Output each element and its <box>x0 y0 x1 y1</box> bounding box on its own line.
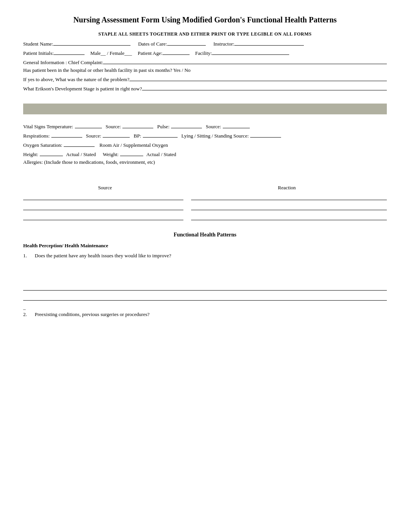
page-title: Nursing Assessment Form Using Modified G… <box>23 15 387 24</box>
patient-age-label: Patient Age: <box>138 50 163 56</box>
question-1-item: 1. Does the patient have any health issu… <box>23 253 387 259</box>
question-1-number: 1. <box>23 253 35 259</box>
bp-field[interactable] <box>143 131 178 138</box>
facility-label: Facility: <box>195 50 212 56</box>
pulse-label: Pulse: <box>157 124 169 130</box>
lying-sitting-field[interactable] <box>250 131 281 138</box>
male-female-label: Male__ / Female___ <box>90 50 132 56</box>
source-reaction-row-1 <box>23 193 387 200</box>
reaction-field-2[interactable] <box>191 203 387 210</box>
answer-line-1a[interactable] <box>23 282 387 291</box>
source2-label: Source: <box>206 124 221 130</box>
patient-initials-row: Patient Initials: Male__ / Female___ Pat… <box>23 49 387 56</box>
source-field-2[interactable] <box>23 203 183 210</box>
oxygen-row: Oxygen Saturation: Room Air / Supplement… <box>23 141 387 148</box>
pulse-source-field[interactable] <box>223 122 250 128</box>
erikson-label: What Erikson's Development Stage is pati… <box>23 86 142 92</box>
answer-line-1b[interactable] <box>23 292 387 301</box>
staple-notice: STAPLE ALL SHEETS TOGETHER AND EITHER PR… <box>23 31 387 37</box>
if-yes-row: If yes to above, What was the nature of … <box>23 75 387 83</box>
vital-signs-temp-label: Vital Signs Temperature: <box>23 124 73 130</box>
respirations-label: Respirations: <box>23 133 50 139</box>
dates-care-field[interactable] <box>167 39 206 46</box>
pulse-field[interactable] <box>171 122 202 128</box>
source-reaction-row-3 <box>23 213 387 220</box>
reaction-column-header: Reaction <box>187 185 387 191</box>
weight-label: Weight: <box>103 151 119 158</box>
student-name-row: Student Name: Dates of Care: Instructor: <box>23 39 387 47</box>
chief-complaint-field[interactable] <box>103 58 387 64</box>
actual-stated2-label: Actual / Stated <box>146 151 176 158</box>
question-2-item: 2. Preexisting conditions, previous surg… <box>23 311 387 318</box>
erikson-field[interactable] <box>142 84 387 90</box>
erikson-row: What Erikson's Development Stage is pati… <box>23 84 387 92</box>
facility-field[interactable] <box>212 49 289 55</box>
reaction-field-3[interactable] <box>191 213 387 220</box>
student-name-label: Student Name: <box>23 41 53 47</box>
instructor-field[interactable] <box>234 39 304 46</box>
dates-care-label: Dates of Care: <box>138 41 167 47</box>
resp-source-label: Source: <box>86 133 102 139</box>
question-2-text: Preexisting conditions, previous surgeri… <box>35 311 149 318</box>
source-reaction-header: Source Reaction <box>23 185 387 191</box>
source-reaction-row-2 <box>23 203 387 210</box>
general-info-row: General Information : Chief Complaint: <box>23 58 387 66</box>
patient-initials-field[interactable] <box>54 49 85 55</box>
allergies-row: Allergies: (Include those to medications… <box>23 159 387 165</box>
hospital-question-label: Has patient been in the hospital or othe… <box>23 67 191 73</box>
small-mark: _ <box>23 304 387 311</box>
section-divider <box>23 104 387 114</box>
bp-label: BP: <box>134 133 141 139</box>
vital-signs-section: Vital Signs Temperature: Source: Pulse: … <box>23 122 387 165</box>
general-info-label: General Information : Chief Complaint: <box>23 59 103 66</box>
source-field-3[interactable] <box>23 213 183 220</box>
patient-age-field[interactable] <box>163 49 190 55</box>
if-yes-label: If yes to above, What was the nature of … <box>23 76 129 83</box>
source-column-header: Source <box>23 185 187 191</box>
lying-sitting-label: Lying / Sitting / Standing Source: <box>181 133 249 139</box>
reaction-field-1[interactable] <box>191 193 387 200</box>
room-air-label: Room Air / Supplemental Oxygen <box>99 142 168 148</box>
student-name-field[interactable] <box>53 39 130 46</box>
allergies-label: Allergies: (Include those to medications… <box>23 159 155 165</box>
underscore-mark: _ <box>23 304 26 310</box>
if-yes-field[interactable] <box>129 75 387 81</box>
patient-initials-label: Patient Initials: <box>23 50 54 56</box>
height-weight-row: Height: Actual / Stated Weight: Actual /… <box>23 150 387 158</box>
weight-field[interactable] <box>120 150 143 156</box>
height-field[interactable] <box>40 150 63 156</box>
hospital-question-row: Has patient been in the hospital or othe… <box>23 67 387 73</box>
temperature-field[interactable] <box>75 122 102 128</box>
oxygen-label: Oxygen Saturation: <box>23 142 62 148</box>
source-reaction-area: Source Reaction <box>23 185 387 220</box>
functional-health-title: Functional Health Patterns <box>23 232 387 238</box>
instructor-label: Instructor: <box>213 41 234 47</box>
question-2-number: 2. <box>23 311 35 318</box>
vital-signs-row1: Vital Signs Temperature: Source: Pulse: … <box>23 122 387 130</box>
question-1-answer-area <box>23 282 387 301</box>
question-1-text: Does the patient have any health issues … <box>35 253 171 259</box>
source-field-1[interactable] <box>23 193 183 200</box>
temp-source-field[interactable] <box>122 122 153 128</box>
resp-source-field[interactable] <box>103 131 130 138</box>
actual-stated1-label: Actual / Stated <box>66 151 96 158</box>
respirations-field[interactable] <box>51 131 82 138</box>
height-label: Height: <box>23 151 38 158</box>
functional-health-section: Functional Health Patterns Health Percep… <box>23 232 387 318</box>
vital-signs-row2: Respirations: Source: BP: Lying / Sittin… <box>23 131 387 139</box>
source1-label: Source: <box>106 124 121 130</box>
health-perception-heading: Health Perception/ Health Maintenance <box>23 243 387 249</box>
oxygen-field[interactable] <box>64 141 95 147</box>
